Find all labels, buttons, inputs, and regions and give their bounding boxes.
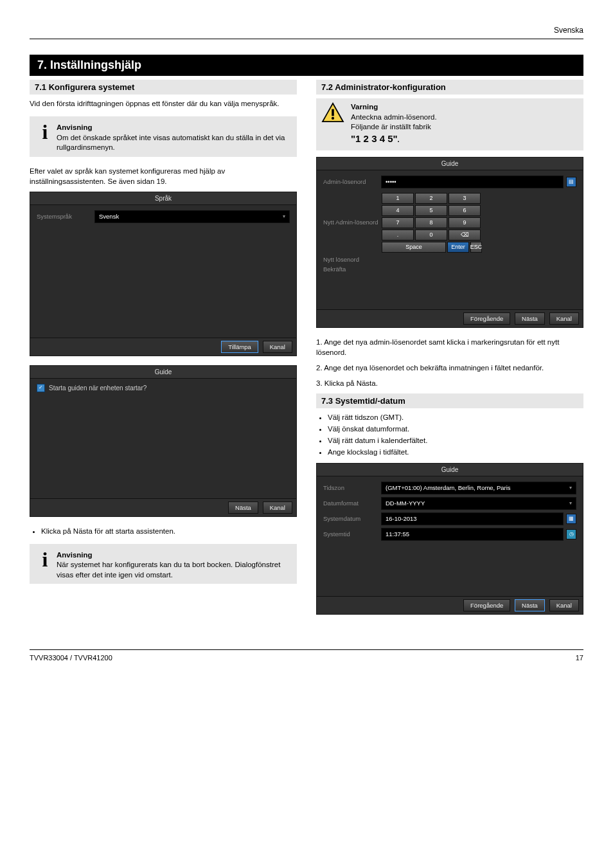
- chevron-down-icon: ▾: [569, 485, 572, 491]
- bullet-time: Ange klockslag i tidfältet.: [328, 447, 583, 457]
- note1-label: Anvisning: [57, 123, 93, 131]
- page-footer: TVVR33004 / TVVR41200 17: [30, 649, 583, 662]
- p-left-2: Efter valet av språk kan systemet konfig…: [30, 166, 297, 186]
- key-1[interactable]: 1: [382, 193, 414, 204]
- shot2-title: Guide: [30, 366, 296, 379]
- screenshot-guide-time: Guide Tidszon(GMT+01:00) Amsterdam, Berl…: [316, 463, 583, 615]
- bullet-date: Välj rätt datum i kalenderfältet.: [328, 435, 583, 446]
- cancel-button[interactable]: Kanal: [549, 312, 579, 325]
- start-guide-checkbox[interactable]: ✓: [37, 384, 45, 392]
- next-button[interactable]: Nästa: [228, 502, 258, 514]
- warn-dot: .: [398, 136, 400, 143]
- heading-7-3: 7.3 Systemtid/-datum: [316, 393, 583, 408]
- key-8[interactable]: 8: [415, 217, 447, 228]
- clock-icon[interactable]: ◷: [566, 529, 576, 539]
- info-icon: i: [33, 547, 57, 570]
- p-right-1: 1. Ange det nya admin-lösenordet samt kl…: [316, 337, 583, 357]
- footer-page-number: 17: [576, 654, 583, 662]
- apply-button[interactable]: Tillämpa: [221, 341, 258, 353]
- p-left-1: Vid den första idrifttagningen öppnas et…: [30, 98, 297, 109]
- warn-label: Varning: [351, 103, 378, 111]
- key-6[interactable]: 6: [449, 205, 481, 216]
- warning-icon: [321, 102, 344, 123]
- note-box-1: i Anvisning Om det önskade språket inte …: [30, 116, 297, 157]
- cancel-button[interactable]: Kanal: [549, 599, 579, 611]
- key-4[interactable]: 4: [382, 205, 414, 216]
- warn-p1: Anteckna admin-lösenord.: [351, 113, 437, 121]
- shot4-field-2[interactable]: 16-10-2013: [381, 512, 564, 525]
- section-title: 7. Inställningshjälp: [30, 55, 583, 76]
- key-space[interactable]: Space: [382, 242, 446, 253]
- shot4-title: Guide: [317, 464, 583, 476]
- shot3-title: Guide: [317, 158, 583, 170]
- key-7[interactable]: 7: [382, 217, 414, 228]
- key-0[interactable]: 0: [415, 230, 447, 240]
- previous-button[interactable]: Föregående: [463, 312, 510, 325]
- shot4-label-1: Datumformat: [323, 500, 381, 507]
- shot4-value-1: DD-MM-YYYY: [386, 500, 425, 507]
- warning-box: Varning Anteckna admin-lösenord. Följand…: [316, 98, 583, 150]
- screenshot-guide-start: Guide ✓ Starta guiden när enheten starta…: [30, 365, 297, 517]
- top-rule: [30, 39, 583, 39]
- heading-7-2: 7.2 Administrator-konfiguration: [316, 80, 583, 95]
- shot2-check-label: Starta guiden när enheten startar?: [49, 384, 147, 392]
- cancel-button[interactable]: Kanal: [263, 341, 292, 353]
- key-2[interactable]: 2: [415, 193, 447, 204]
- screenshot-language: Språk Systemspråk Svensk ▾ Tillämpa Kana…: [30, 192, 297, 356]
- shot3-label-3: Bekräfta: [323, 266, 381, 273]
- p-right-3: 3. Klicka på Nästa.: [316, 378, 583, 388]
- warn-preset: Följande är inställt fabrik: [351, 123, 431, 131]
- language-value: Svensk: [99, 213, 119, 220]
- key-esc[interactable]: ESC: [470, 242, 482, 253]
- chevron-down-icon: ▾: [569, 500, 572, 506]
- shot4-value-0: (GMT+01:00) Amsterdam, Berlin, Rome, Par…: [386, 484, 511, 491]
- shot4-value-2: 16-10-2013: [386, 515, 417, 522]
- note-box-2: i Anvisning När systemet har konfigurera…: [30, 544, 297, 584]
- header-right: Svenska: [554, 26, 583, 35]
- key-dot[interactable]: .: [382, 230, 414, 240]
- key-enter[interactable]: Enter: [447, 242, 469, 253]
- cancel-button[interactable]: Kanal: [263, 502, 292, 514]
- onscreen-keyboard: 1 2 3 4 5 6 7: [381, 192, 576, 253]
- next-button[interactable]: Nästa: [515, 312, 545, 325]
- bullet-timezone: Välj rätt tidszon (GMT).: [328, 412, 583, 422]
- bullet-dateformat: Välj önskat datumformat.: [328, 424, 583, 434]
- key-9[interactable]: 9: [449, 217, 481, 228]
- shot3-label-1: Nytt Admin-lösenord: [323, 219, 381, 226]
- shot4-field-0[interactable]: (GMT+01:00) Amsterdam, Berlin, Rome, Par…: [381, 482, 576, 494]
- shot4-label-2: Systemdatum: [323, 515, 381, 522]
- password-mask: •••••: [386, 178, 396, 185]
- info-icon: i: [33, 119, 57, 142]
- footer-left: TVVR33004 / TVVR41200: [30, 654, 112, 662]
- shot4-label-3: Systemtid: [323, 530, 381, 538]
- screenshot-guide-password: Guide Admin-lösenord ••••• ▤ Nytt Admin-…: [316, 157, 583, 328]
- bullet-start-assistant: Klicka på Nästa för att starta assistent…: [41, 526, 297, 536]
- keyboard-icon[interactable]: ▤: [566, 177, 576, 187]
- heading-7-1: 7.1 Konfigurera systemet: [30, 80, 297, 95]
- previous-button[interactable]: Föregående: [463, 599, 510, 611]
- note2-text: När systemet har konfigurerats kan du ta…: [57, 561, 280, 579]
- shot3-label-2: Nytt lösenord: [323, 256, 381, 263]
- svg-point-2: [332, 117, 334, 120]
- p-right-2: 2. Ange det nya lösenordet och bekräfta …: [316, 363, 583, 373]
- shot4-value-3: 11:37:55: [386, 530, 409, 538]
- key-backspace[interactable]: ⌫: [449, 230, 481, 240]
- key-5[interactable]: 5: [415, 205, 447, 216]
- warn-default-password: "1 2 3 4 5": [351, 133, 398, 144]
- chevron-down-icon: ▾: [283, 213, 285, 219]
- key-3[interactable]: 3: [449, 193, 481, 204]
- calendar-icon[interactable]: ▦: [566, 514, 576, 524]
- shot1-title: Språk: [30, 192, 296, 205]
- note2-label: Anvisning: [57, 551, 93, 559]
- shot4-field-1[interactable]: DD-MM-YYYY▾: [381, 497, 576, 510]
- next-button[interactable]: Nästa: [515, 599, 545, 611]
- shot4-label-0: Tidszon: [323, 484, 381, 491]
- admin-password-input[interactable]: •••••: [381, 176, 564, 188]
- svg-rect-1: [332, 109, 334, 116]
- shot3-label-0: Admin-lösenord: [323, 178, 381, 185]
- shot4-field-3[interactable]: 11:37:55: [381, 528, 564, 541]
- note1-text: Om det önskade språket inte visas automa…: [57, 134, 285, 152]
- language-select[interactable]: Svensk ▾: [94, 210, 290, 223]
- shot1-field-label: Systemspråk: [37, 213, 94, 220]
